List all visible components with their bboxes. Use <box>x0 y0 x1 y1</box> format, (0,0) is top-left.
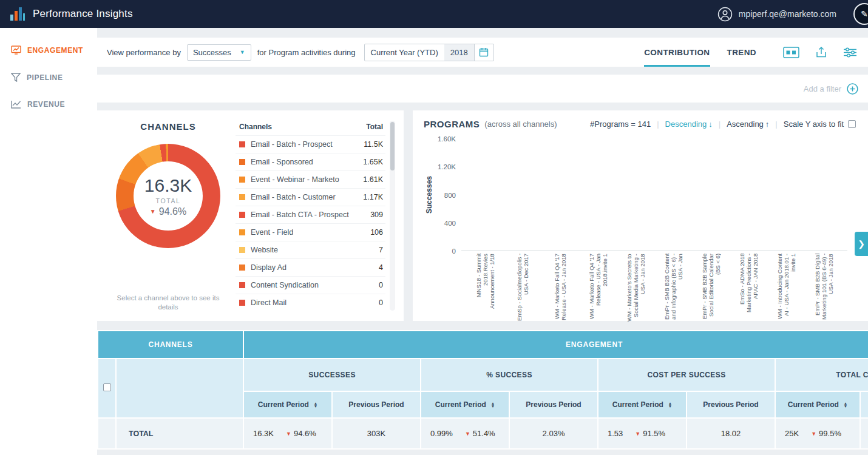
page-title: Performance Insights <box>33 8 133 20</box>
sort-icon[interactable]: ▲▼ <box>668 402 672 408</box>
channel-row[interactable]: Email - Sponsored1.65K <box>236 153 385 170</box>
table-header-channels: CHANNELS <box>98 331 243 359</box>
cell-value: 16.3K <box>253 429 274 438</box>
group-header-cost-per-success: COST PER SUCCESS <box>598 359 775 391</box>
donut-delta-value: 94.6% <box>159 206 186 217</box>
trend-down-icon: ▼ <box>286 431 291 437</box>
channel-row[interactable]: Email - Batch CTA - Prospect309 <box>236 206 385 223</box>
channel-row[interactable]: Website7 <box>236 241 385 258</box>
sidebar-item-revenue[interactable]: REVENUE <box>0 91 97 118</box>
channels-scrollbar[interactable] <box>390 121 395 311</box>
channel-total: 0 <box>379 281 383 289</box>
select-all-checkbox[interactable] <box>103 383 111 391</box>
group-header-total-cost: TOTAL COST <box>775 359 868 391</box>
channels-list: Email - Batch - Prospect11.5KEmail - Spo… <box>236 135 385 311</box>
app-logo-icon[interactable] <box>10 7 25 21</box>
y-tick-label: 800 <box>444 192 456 199</box>
channel-row[interactable]: Event - Webinar - Marketo1.61K <box>236 170 385 188</box>
program-x-label: WM - Marketo Fall Q4 '17 Release - USA -… <box>579 254 617 325</box>
col-header-total-cost-current[interactable]: Current Period▲▼ <box>775 391 860 418</box>
y-tick-label: 1.60K <box>438 135 456 143</box>
trend-down-icon: ▼ <box>811 431 816 437</box>
current-period-label: Current Period <box>435 400 486 409</box>
program-x-label: MNS18 - Summit 2018.Revies Announcement … <box>466 254 504 325</box>
sort-icon[interactable]: ▲▼ <box>844 402 847 408</box>
trend-down-icon: ▼ <box>465 431 470 437</box>
filter-bar: Add a filter <box>97 75 868 103</box>
channels-list-header-total: Total <box>366 123 383 131</box>
y-tick-label: 1.20K <box>438 163 456 170</box>
arrow-up-icon: ↑ <box>765 120 770 129</box>
channel-total: 0 <box>379 298 383 307</box>
cell-successes-previous: 303K <box>332 418 421 449</box>
channel-row[interactable]: Display Ad4 <box>236 258 385 276</box>
channel-name: Event - Webinar - Marketo <box>251 175 339 184</box>
previous-period-label: Previous Period <box>703 400 758 409</box>
view-tabs: CONTRIBUTION TREND <box>644 38 756 67</box>
divider: | <box>657 120 659 129</box>
channels-spacer-cell <box>116 359 243 418</box>
sort-icon[interactable]: ▲▼ <box>491 402 495 408</box>
export-icon[interactable] <box>815 46 827 58</box>
scale-y-axis-checkbox[interactable] <box>848 120 856 128</box>
sort-icon[interactable]: ▲▼ <box>314 402 317 408</box>
add-filter-button[interactable] <box>847 83 858 95</box>
cell-delta: 51.4% <box>473 429 495 438</box>
metric-select[interactable]: Successes ▼ <box>187 44 251 61</box>
nav-action-button[interactable]: ✎ <box>853 3 868 25</box>
channel-row[interactable]: Content Syndication0 <box>236 276 385 294</box>
top-navbar: Performance Insights mpiperf.qe@marketo.… <box>0 0 868 28</box>
sort-ascending-label: Ascending <box>727 120 764 129</box>
channel-color-swatch <box>239 194 245 200</box>
col-header-cost-per-success-current[interactable]: Current Period▲▼ <box>598 391 687 418</box>
calendar-button[interactable] <box>474 44 493 61</box>
program-x-label: WM - Introducing Content AI - USA - Jan … <box>767 254 805 325</box>
engagement-icon <box>11 46 21 55</box>
period-picker[interactable]: Current Year (YTD) 2018 <box>364 44 494 61</box>
tab-contribution[interactable]: CONTRIBUTION <box>644 38 710 67</box>
sidebar-item-pipeline[interactable]: PIPELINE <box>0 64 97 91</box>
y-tick-label: 400 <box>444 220 456 227</box>
card-view-icon[interactable] <box>783 47 799 58</box>
user-avatar-icon[interactable] <box>717 7 733 22</box>
programs-panel-title: PROGRAMS <box>424 119 480 129</box>
sort-descending-link[interactable]: Descending ↓ <box>665 120 713 129</box>
program-x-label: WM - Marketo Fall Q4 '17 Release - USA -… <box>541 254 579 325</box>
trend-down-icon: ▼ <box>150 208 156 215</box>
channel-row[interactable]: Event - Field106 <box>236 223 385 241</box>
sidebar-item-label: ENGAGEMENT <box>27 46 83 55</box>
settings-sliders-icon[interactable] <box>843 47 857 58</box>
channel-name: Email - Batch - Prospect <box>251 140 333 149</box>
cell-value: 1.53 <box>608 429 623 438</box>
channel-total: 4 <box>379 263 383 272</box>
channel-total: 106 <box>370 228 383 237</box>
tab-trend[interactable]: TREND <box>727 38 757 67</box>
channel-name: Email - Batch - Customer <box>251 193 336 201</box>
channel-name: Email - Sponsored <box>251 158 313 166</box>
period-value: Current Year (YTD) <box>365 44 444 61</box>
cell-delta: 99.5% <box>819 429 841 438</box>
channels-list-header-name: Channels <box>239 123 272 131</box>
group-header-pct-success: % SUCCESS <box>421 359 598 391</box>
channel-color-swatch <box>239 265 245 271</box>
program-x-label: EmPr - SMB B2B Digital Marketing 101 (BS… <box>805 254 843 325</box>
scrollbar-thumb[interactable] <box>390 122 395 170</box>
col-header-successes-current[interactable]: Current Period▲▼ <box>243 391 332 418</box>
next-page-button[interactable]: ❯ <box>855 232 868 256</box>
metric-select-value: Successes <box>193 48 231 57</box>
cell-value: 0.99% <box>430 429 453 438</box>
channel-select-hint: Select a channel above to see its detail… <box>109 294 228 312</box>
trend-down-icon: ▼ <box>635 431 640 437</box>
channel-row[interactable]: Email - Batch - Prospect11.5K <box>236 135 385 153</box>
channel-color-swatch <box>239 212 245 218</box>
engagement-table-wrap: CHANNELS ENGAGEMENT SUCCESSES % SUCCESS … <box>97 330 868 450</box>
channel-row[interactable]: Direct Mail0 <box>236 294 385 311</box>
col-header-pct-success-current[interactable]: Current Period▲▼ <box>421 391 509 418</box>
channels-engagement-table: CHANNELS ENGAGEMENT SUCCESSES % SUCCESS … <box>97 330 868 450</box>
y-tick-label: 0 <box>452 248 456 255</box>
sort-ascending-link[interactable]: Ascending ↑ <box>727 120 769 129</box>
sidebar-item-engagement[interactable]: ENGAGEMENT <box>0 36 97 64</box>
donut-center: 16.3K TOTAL ▼ 94.6% <box>134 161 203 231</box>
y-axis-title: Successes <box>425 176 433 214</box>
channel-row[interactable]: Email - Batch - Customer1.17K <box>236 188 385 206</box>
